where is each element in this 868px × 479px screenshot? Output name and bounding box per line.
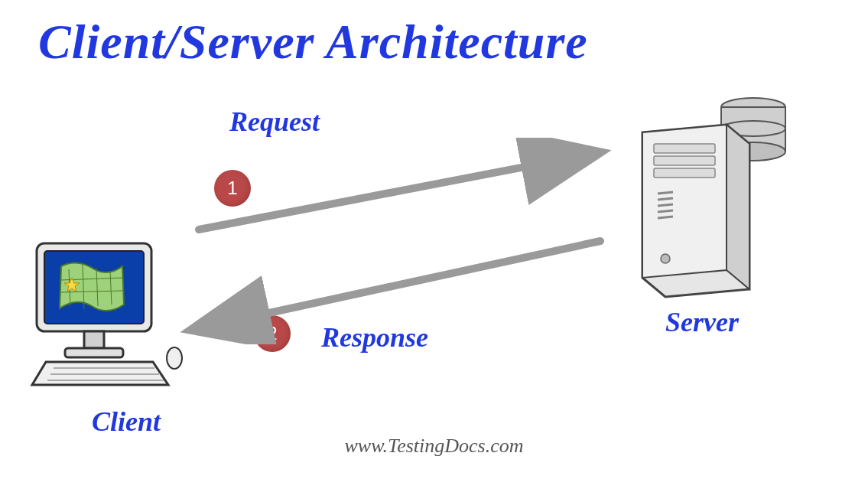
svg-line-25 <box>658 198 673 200</box>
client-label: Client <box>92 406 161 438</box>
diagram-stage: Client/Server Architecture Request Respo… <box>0 0 868 479</box>
svg-rect-11 <box>84 331 104 348</box>
client-computer-icon <box>23 236 184 396</box>
svg-rect-22 <box>654 156 715 165</box>
svg-rect-12 <box>65 348 123 357</box>
svg-point-29 <box>661 254 670 263</box>
svg-line-24 <box>658 192 673 194</box>
svg-line-1 <box>195 241 600 329</box>
svg-line-0 <box>199 153 597 230</box>
request-label: Request <box>229 106 320 138</box>
svg-point-16 <box>167 347 182 369</box>
svg-line-28 <box>658 217 673 218</box>
request-arrow-icon <box>191 138 619 245</box>
svg-rect-21 <box>654 144 715 153</box>
svg-line-26 <box>658 204 673 206</box>
footer-credit: www.TestingDocs.com <box>0 435 868 458</box>
svg-rect-23 <box>654 168 715 178</box>
diagram-title: Client/Server Architecture <box>38 14 588 70</box>
server-tower-icon <box>619 90 795 305</box>
response-arrow-icon <box>176 230 612 344</box>
server-label: Server <box>665 306 739 338</box>
svg-line-27 <box>658 210 673 212</box>
